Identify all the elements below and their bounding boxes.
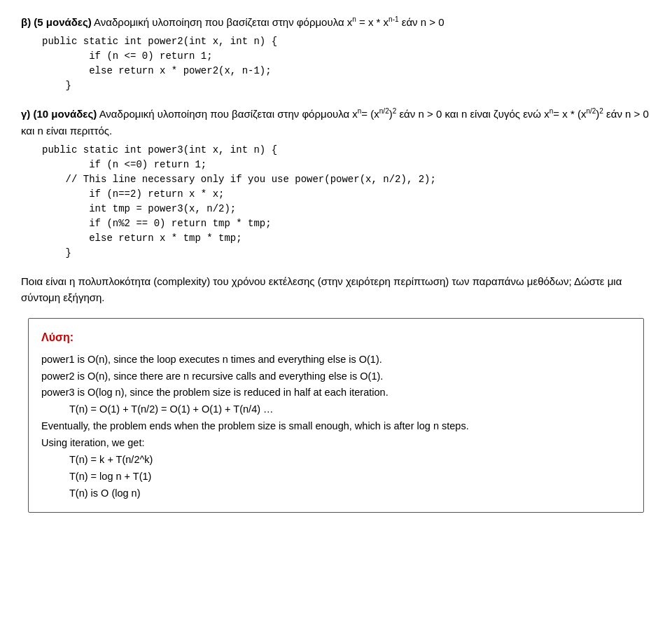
solution-line-6: Using iteration, we get: <box>41 435 631 452</box>
complexity-question: Ποια είναι η πολυπλοκότητα (complexity) … <box>21 275 622 303</box>
solution-line-2: power2 is O(n), since there are n recurs… <box>41 368 631 385</box>
beta-label: β) <box>21 16 31 28</box>
beta-code: public static int power2(int x, int n) {… <box>42 34 651 93</box>
gamma-sup2: n/2 <box>379 107 389 115</box>
beta-sup1: n <box>352 15 356 23</box>
gamma-sup4: n <box>550 107 554 115</box>
gamma-intro-text: Αναδρομική υλοποίηση που βασίζεται στην … <box>21 108 649 136</box>
gamma-section: γ) (10 μονάδες) Αναδρομική υλοποίηση που… <box>21 106 651 261</box>
solution-box: Λύση: power1 is O(n), since the loop exe… <box>28 318 644 513</box>
beta-title: (5 μονάδες) <box>34 16 91 28</box>
gamma-title: (10 μονάδες) <box>34 108 97 120</box>
solution-line-5: Eventually, the problem ends when the pr… <box>41 418 631 435</box>
beta-section: β) (5 μονάδες) Αναδρομική υλοποίηση που … <box>21 14 651 93</box>
gamma-label: γ) <box>21 108 30 120</box>
beta-intro-text: Αναδρομική υλοποίηση που βασίζεται στην … <box>94 16 444 28</box>
gamma-code: public static int power3(int x, int n) {… <box>42 143 651 261</box>
solution-title: Λύση: <box>41 329 631 347</box>
solution-line-8: T(n) = log n + T(1) <box>69 469 631 485</box>
gamma-sup1: n <box>358 107 362 115</box>
beta-sup2: n-1 <box>388 15 398 23</box>
complexity-section: Ποια είναι η πολυπλοκότητα (complexity) … <box>21 273 651 306</box>
gamma-sup6: 2 <box>599 107 603 115</box>
solution-line-9: T(n) is O (log n) <box>69 485 631 502</box>
gamma-sup5: n/2 <box>586 107 596 115</box>
solution-line-1: power1 is O(n), since the loop executes … <box>41 352 631 368</box>
solution-line-3: power3 is O(log n), since the problem si… <box>41 385 631 401</box>
gamma-sup3: 2 <box>393 107 397 115</box>
solution-line-7: T(n) = k + T(n/2^k) <box>69 452 631 469</box>
solution-line-4: T(n) = O(1) + T(n/2) = O(1) + O(1) + T(n… <box>69 401 631 418</box>
